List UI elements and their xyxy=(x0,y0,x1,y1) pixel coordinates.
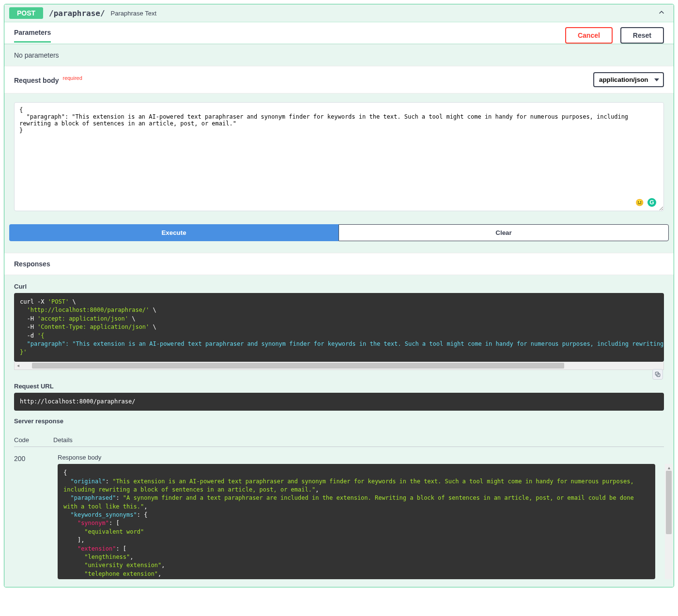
scrollbar-thumb[interactable] xyxy=(666,471,672,534)
curl-label: Curl xyxy=(14,283,664,290)
parameters-section: Parameters Cancel Reset xyxy=(4,22,674,44)
details-column-header: Details xyxy=(53,436,73,444)
execute-button[interactable]: Execute xyxy=(9,224,339,241)
cancel-button[interactable]: Cancel xyxy=(565,27,613,44)
http-method-badge: POST xyxy=(9,7,43,19)
action-buttons-row: Execute Clear xyxy=(4,224,674,253)
parameters-title: Parameters xyxy=(14,29,51,43)
scroll-up-arrow-icon[interactable]: ▴ xyxy=(665,464,673,471)
response-body-json[interactable]: { "original": "This extension is an AI-p… xyxy=(58,464,655,579)
operation-block: POST /paraphrase/ Paraphrase Text Parame… xyxy=(4,4,674,587)
responses-title: Responses xyxy=(4,253,674,275)
no-parameters-text: No parameters xyxy=(4,44,674,66)
request-body-area: 😐 G xyxy=(4,93,674,224)
response-body-label: Response body xyxy=(58,454,664,461)
request-body-title: Request body xyxy=(14,77,59,84)
clear-button[interactable]: Clear xyxy=(339,224,669,241)
responses-area: Curl curl -X 'POST' \ 'http://localhost:… xyxy=(4,275,674,587)
horizontal-scrollbar[interactable]: ◂ xyxy=(14,362,664,370)
request-url-label: Request URL xyxy=(14,383,664,390)
vertical-scrollbar[interactable]: ▴ xyxy=(665,464,673,579)
status-code: 200 xyxy=(14,454,33,462)
request-url-value[interactable]: http://localhost:8000/paraphrase/ xyxy=(14,393,664,411)
scroll-left-arrow-icon[interactable]: ◂ xyxy=(15,362,21,370)
endpoint-summary: Paraphrase Text xyxy=(111,10,156,17)
reset-button[interactable]: Reset xyxy=(620,27,664,44)
server-response-label: Server response xyxy=(14,417,664,425)
chevron-up-icon[interactable] xyxy=(657,8,666,18)
endpoint-path: /paraphrase/ xyxy=(49,9,105,18)
grammarly-icon: G xyxy=(647,198,656,207)
content-type-select[interactable]: application/json xyxy=(593,72,664,87)
scrollbar-thumb[interactable] xyxy=(32,363,564,369)
request-body-textarea[interactable] xyxy=(14,102,664,211)
curl-code[interactable]: curl -X 'POST' \ 'http://localhost:8000/… xyxy=(14,293,664,362)
emoji-icon: 😐 xyxy=(635,198,644,207)
curl-block: curl -X 'POST' \ 'http://localhost:8000/… xyxy=(14,293,664,370)
operation-header[interactable]: POST /paraphrase/ Paraphrase Text xyxy=(4,4,674,22)
copy-icon[interactable] xyxy=(652,369,663,380)
code-column-header: Code xyxy=(14,436,29,444)
request-body-header: Request body required application/json xyxy=(4,66,674,93)
required-tag: required xyxy=(62,75,82,81)
